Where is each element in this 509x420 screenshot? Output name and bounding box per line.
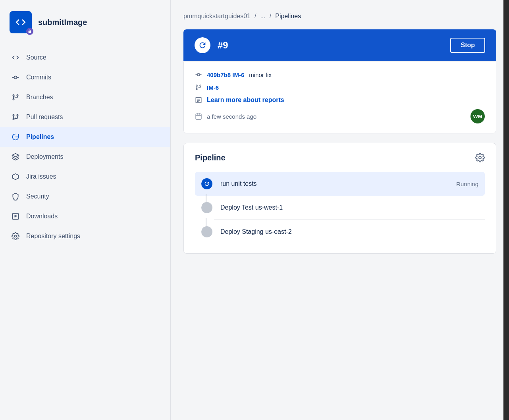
sidebar-item-downloads[interactable]: Downloads [0, 206, 170, 226]
downloads-label: Downloads [26, 213, 58, 220]
breadcrumb-org[interactable]: pmmquickstartguides01 [183, 13, 251, 20]
sidebar-item-commits[interactable]: Commits [0, 67, 170, 87]
reports-link[interactable]: Learn more about reports [207, 96, 284, 104]
commit-icon [195, 71, 202, 78]
main-content: pmmquickstartguides01 / ... / Pipelines … [171, 0, 509, 420]
step-run-unit-tests[interactable]: run unit tests Running [195, 172, 485, 196]
jira-issues-label: Jira issues [26, 173, 56, 180]
commit-message: minor fix [249, 71, 272, 78]
stop-button[interactable]: Stop [450, 38, 485, 53]
step-name-deploy-test: Deploy Test us-west-1 [220, 204, 478, 211]
svg-point-21 [200, 85, 201, 86]
branch-row: IM-6 [195, 84, 485, 91]
reports-icon [195, 96, 202, 104]
breadcrumb-sep2: / [270, 13, 271, 20]
breadcrumb-sep1: / [254, 13, 256, 20]
sidebar: submitImage Source Commits [0, 0, 171, 420]
lock-icon [28, 29, 32, 33]
branch-icon [195, 84, 202, 91]
sidebar-item-security[interactable]: Security [0, 187, 170, 206]
sidebar-nav: Source Commits Branches Pu [0, 44, 170, 249]
svg-point-5 [17, 94, 18, 96]
sidebar-item-deployments[interactable]: Deployments [0, 147, 170, 167]
step-deploy-test[interactable]: Deploy Test us-west-1 [195, 196, 485, 220]
svg-point-16 [197, 73, 200, 76]
pull-requests-icon [11, 113, 20, 121]
step-deploy-staging[interactable]: Deploy Staging us-east-2 [195, 220, 485, 244]
svg-point-31 [479, 156, 481, 159]
svg-point-15 [15, 235, 17, 237]
pipeline-running-icon [195, 37, 210, 53]
step-name-deploy-staging: Deploy Staging us-east-2 [220, 228, 478, 235]
sidebar-item-source[interactable]: Source [0, 48, 170, 67]
svg-point-4 [13, 94, 14, 96]
pipelines-label: Pipelines [26, 133, 54, 141]
svg-point-19 [196, 89, 197, 90]
sidebar-header: submitImage [0, 0, 170, 44]
breadcrumb: pmmquickstartguides01 / ... / Pipelines [183, 13, 496, 20]
pipelines-icon [11, 133, 20, 141]
pipeline-info-card: 409b7b8 IM-6 minor fix IM-6 Learn more a… [183, 61, 496, 133]
steps-list: run unit tests Running Deploy Test us-we… [195, 172, 485, 244]
step-refresh-icon [204, 181, 210, 187]
step-name-run-unit-tests: run unit tests [220, 180, 448, 187]
source-label: Source [26, 54, 46, 61]
gear-icon [475, 153, 485, 162]
pipeline-header-left: #9 [195, 37, 228, 53]
repo-icon [10, 11, 32, 33]
sidebar-item-pipelines[interactable]: Pipelines [0, 127, 170, 147]
jira-icon [11, 172, 20, 181]
step-pending-icon-2 [201, 226, 212, 237]
deployments-icon [11, 152, 20, 161]
source-icon [11, 53, 20, 62]
breadcrumb-ellipsis[interactable]: ... [260, 13, 265, 20]
refresh-icon [198, 41, 207, 50]
sidebar-item-branches[interactable]: Branches [0, 87, 170, 107]
pull-requests-label: Pull requests [26, 114, 63, 121]
pipeline-steps-title: Pipeline [195, 153, 226, 162]
repo-name: submitImage [38, 18, 87, 27]
sidebar-item-jira-issues[interactable]: Jira issues [0, 167, 170, 187]
commit-row: 409b7b8 IM-6 minor fix [195, 71, 485, 78]
svg-rect-27 [196, 114, 201, 119]
code-icon [15, 16, 27, 28]
pipeline-steps-card: Pipeline run unit tests Running [183, 143, 496, 254]
reports-row: Learn more about reports [195, 96, 485, 104]
step-pending-icon-1 [201, 202, 212, 213]
time-text: a few seconds ago [207, 113, 256, 120]
svg-point-8 [13, 114, 14, 116]
settings-icon [11, 232, 20, 241]
deployments-label: Deployments [26, 153, 63, 160]
step-running-icon [201, 178, 212, 189]
breadcrumb-current: Pipelines [275, 13, 301, 20]
security-icon [11, 192, 20, 201]
svg-point-7 [13, 118, 14, 119]
time-row: a few seconds ago WM [195, 109, 485, 123]
branches-label: Branches [26, 94, 53, 101]
avatar: WM [470, 109, 485, 123]
pipeline-number: #9 [218, 40, 228, 51]
commits-label: Commits [26, 74, 51, 81]
commits-icon [11, 73, 20, 82]
branch-link[interactable]: IM-6 [207, 84, 219, 91]
step-status-run-unit-tests: Running [456, 181, 478, 187]
svg-point-3 [13, 98, 14, 100]
sidebar-item-repository-settings[interactable]: Repository settings [0, 226, 170, 246]
scrollbar[interactable] [503, 0, 509, 420]
time-icon [195, 113, 202, 120]
pipeline-settings-button[interactable] [475, 153, 485, 162]
svg-point-0 [14, 76, 17, 79]
lock-badge [26, 28, 33, 35]
commit-hash-link[interactable]: 409b7b8 IM-6 [207, 71, 244, 78]
pipeline-header: #9 Stop [183, 29, 496, 61]
downloads-icon [11, 212, 20, 221]
branches-icon [11, 93, 20, 102]
sidebar-item-pull-requests[interactable]: Pull requests [0, 107, 170, 127]
svg-point-20 [196, 85, 197, 86]
repository-settings-label: Repository settings [26, 233, 80, 240]
pipeline-steps-header: Pipeline [195, 153, 485, 162]
security-label: Security [26, 193, 49, 200]
svg-point-9 [17, 114, 18, 116]
